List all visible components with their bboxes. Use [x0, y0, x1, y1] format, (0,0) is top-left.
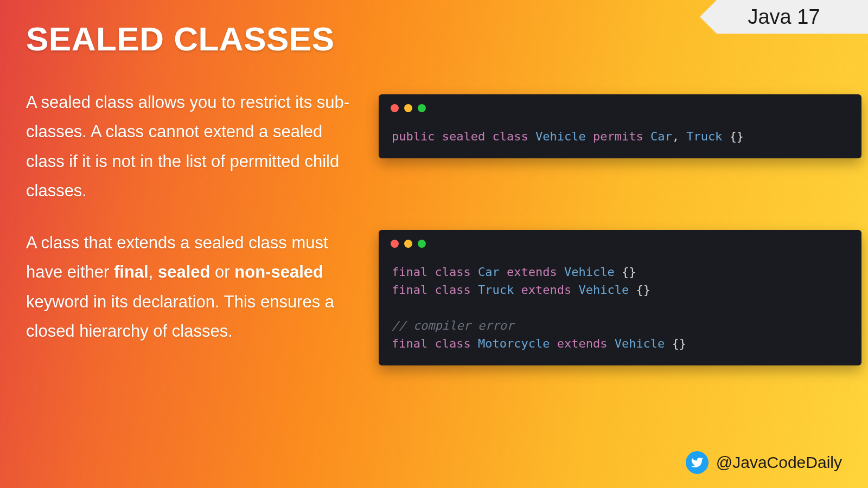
- slide: Java 17 SEALED CLASSES A sealed class al…: [0, 0, 868, 488]
- paragraph-1: A sealed class allows you to restrict it…: [26, 88, 357, 206]
- kw-class: class: [435, 265, 470, 279]
- braces: {}: [730, 130, 744, 143]
- window-controls: [379, 240, 861, 248]
- para2-b2: sealed: [158, 262, 210, 281]
- comment-compiler-error: // compiler error: [392, 319, 514, 332]
- class-car: Car: [478, 265, 500, 279]
- twitter-handle: @JavaCodeDaily: [716, 453, 842, 472]
- kw-permits: permits: [593, 130, 643, 143]
- class-vehicle: Vehicle: [564, 265, 615, 279]
- kw-extends: extends: [521, 283, 571, 297]
- kw-class: class: [435, 337, 470, 350]
- para2-b1: final: [114, 262, 149, 281]
- window-controls: [379, 104, 861, 112]
- paragraph-2: A class that extends a sealed class must…: [26, 228, 357, 346]
- kw-final: final: [392, 265, 427, 279]
- kw-final: final: [392, 283, 427, 297]
- footer: @JavaCodeDaily: [686, 451, 842, 474]
- maximize-icon: [418, 240, 426, 248]
- para2-t2: ,: [149, 262, 158, 281]
- para2-b3: non-sealed: [234, 262, 323, 281]
- class-truck: Truck: [478, 283, 514, 297]
- close-icon: [391, 104, 399, 112]
- class-motorcycle: Motorcycle: [478, 337, 550, 350]
- maximize-icon: [418, 104, 426, 112]
- class-vehicle: Vehicle: [578, 283, 629, 297]
- kw-extends: extends: [557, 337, 608, 350]
- kw-class: class: [492, 130, 528, 143]
- version-label: Java 17: [748, 5, 820, 29]
- braces: {}: [636, 283, 650, 297]
- kw-final: final: [392, 337, 427, 350]
- kw-public: public: [392, 130, 435, 143]
- twitter-icon: [686, 451, 709, 474]
- comma: ,: [672, 130, 679, 143]
- para2-t3: or: [210, 262, 234, 281]
- code-block-2: final class Car extends Vehicle {} final…: [379, 230, 861, 365]
- class-truck: Truck: [686, 130, 722, 143]
- kw-sealed: sealed: [442, 130, 485, 143]
- braces: {}: [672, 337, 687, 350]
- code-block-1: public sealed class Vehicle permits Car,…: [379, 94, 861, 158]
- close-icon: [391, 240, 399, 248]
- minimize-icon: [404, 104, 412, 112]
- version-ribbon: Java 17: [700, 0, 868, 34]
- code-snippet-2: final class Car extends Vehicle {} final…: [379, 263, 861, 352]
- kw-extends: extends: [507, 265, 557, 279]
- class-car: Car: [650, 130, 672, 143]
- braces: {}: [622, 265, 636, 279]
- para2-t4: keyword in its declaration. This ensures…: [26, 292, 334, 341]
- class-vehicle: Vehicle: [535, 130, 586, 143]
- para1-text: A sealed class allows you to restrict it…: [26, 93, 349, 200]
- body-text: A sealed class allows you to restrict it…: [26, 88, 357, 369]
- slide-title: SEALED CLASSES: [26, 20, 335, 58]
- class-vehicle: Vehicle: [615, 337, 665, 350]
- kw-class: class: [435, 283, 470, 297]
- minimize-icon: [404, 240, 412, 248]
- code-snippet-1: public sealed class Vehicle permits Car,…: [379, 127, 861, 145]
